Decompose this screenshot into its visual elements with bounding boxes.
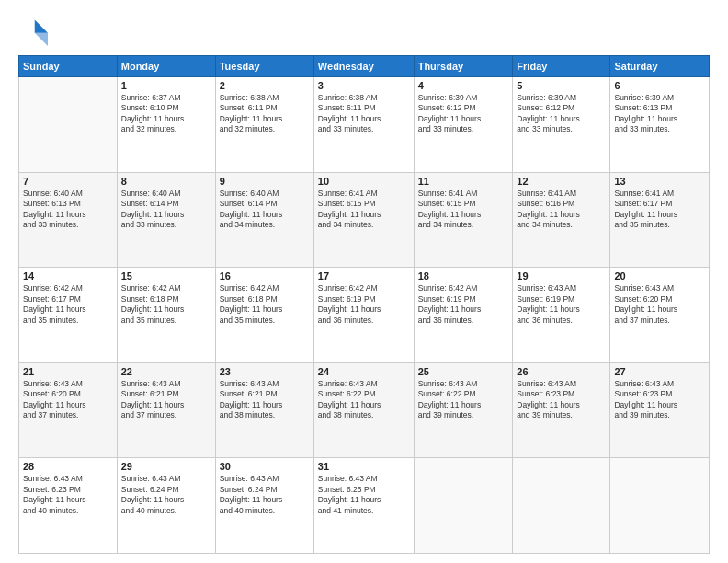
- day-info: Sunrise: 6:42 AM Sunset: 6:18 PM Dayligh…: [121, 283, 211, 326]
- weekday-header-sunday: Sunday: [19, 56, 118, 77]
- weekday-row: SundayMondayTuesdayWednesdayThursdayFrid…: [19, 56, 710, 77]
- calendar-cell: 6Sunrise: 6:39 AM Sunset: 6:13 PM Daylig…: [610, 77, 710, 173]
- day-info: Sunrise: 6:42 AM Sunset: 6:17 PM Dayligh…: [23, 283, 113, 326]
- calendar-table: SundayMondayTuesdayWednesdayThursdayFrid…: [18, 55, 710, 554]
- day-info: Sunrise: 6:43 AM Sunset: 6:23 PM Dayligh…: [23, 474, 113, 516]
- day-number: 13: [614, 176, 705, 187]
- calendar-cell: 13Sunrise: 6:41 AM Sunset: 6:17 PM Dayli…: [610, 172, 710, 268]
- calendar-cell: 26Sunrise: 6:43 AM Sunset: 6:23 PM Dayli…: [513, 362, 610, 458]
- weekday-header-wednesday: Wednesday: [313, 56, 414, 77]
- logo: [18, 17, 51, 46]
- day-info: Sunrise: 6:39 AM Sunset: 6:12 PM Dayligh…: [418, 93, 509, 135]
- calendar-cell: 11Sunrise: 6:41 AM Sunset: 6:15 PM Dayli…: [414, 172, 513, 268]
- day-info: Sunrise: 6:41 AM Sunset: 6:15 PM Dayligh…: [318, 189, 410, 231]
- day-info: Sunrise: 6:37 AM Sunset: 6:10 PM Dayligh…: [121, 93, 211, 135]
- calendar-week-2: 7Sunrise: 6:40 AM Sunset: 6:13 PM Daylig…: [19, 172, 710, 268]
- weekday-header-thursday: Thursday: [414, 56, 513, 77]
- calendar-week-4: 21Sunrise: 6:43 AM Sunset: 6:20 PM Dayli…: [19, 362, 710, 458]
- day-number: 8: [121, 176, 211, 187]
- calendar-cell: 22Sunrise: 6:43 AM Sunset: 6:21 PM Dayli…: [117, 362, 215, 458]
- day-info: Sunrise: 6:43 AM Sunset: 6:21 PM Dayligh…: [121, 379, 211, 421]
- calendar-cell: 3Sunrise: 6:38 AM Sunset: 6:11 PM Daylig…: [313, 77, 414, 173]
- day-info: Sunrise: 6:43 AM Sunset: 6:23 PM Dayligh…: [614, 379, 705, 421]
- svg-marker-0: [35, 20, 48, 33]
- day-number: 14: [23, 270, 113, 282]
- day-info: Sunrise: 6:43 AM Sunset: 6:24 PM Dayligh…: [220, 474, 310, 516]
- day-number: 15: [121, 270, 211, 282]
- day-number: 30: [220, 461, 310, 472]
- day-number: 5: [517, 80, 606, 91]
- day-number: 31: [318, 461, 410, 472]
- calendar-week-5: 28Sunrise: 6:43 AM Sunset: 6:23 PM Dayli…: [19, 458, 710, 554]
- calendar-cell: 25Sunrise: 6:43 AM Sunset: 6:22 PM Dayli…: [414, 362, 513, 458]
- calendar-cell: [513, 458, 610, 554]
- day-info: Sunrise: 6:42 AM Sunset: 6:18 PM Dayligh…: [220, 283, 310, 326]
- day-info: Sunrise: 6:43 AM Sunset: 6:19 PM Dayligh…: [517, 283, 606, 326]
- calendar-cell: 16Sunrise: 6:42 AM Sunset: 6:18 PM Dayli…: [215, 268, 313, 363]
- day-number: 9: [220, 176, 310, 187]
- calendar-cell: 10Sunrise: 6:41 AM Sunset: 6:15 PM Dayli…: [313, 172, 414, 268]
- calendar-cell: 2Sunrise: 6:38 AM Sunset: 6:11 PM Daylig…: [215, 77, 313, 173]
- calendar-week-3: 14Sunrise: 6:42 AM Sunset: 6:17 PM Dayli…: [19, 268, 710, 363]
- calendar-cell: [19, 77, 118, 173]
- day-number: 17: [318, 270, 410, 282]
- calendar-cell: 23Sunrise: 6:43 AM Sunset: 6:21 PM Dayli…: [215, 362, 313, 458]
- calendar-week-1: 1Sunrise: 6:37 AM Sunset: 6:10 PM Daylig…: [19, 77, 710, 173]
- calendar-body: 1Sunrise: 6:37 AM Sunset: 6:10 PM Daylig…: [19, 77, 710, 554]
- header: [18, 17, 710, 46]
- day-number: 11: [418, 176, 509, 187]
- calendar-cell: 4Sunrise: 6:39 AM Sunset: 6:12 PM Daylig…: [414, 77, 513, 173]
- calendar-cell: 7Sunrise: 6:40 AM Sunset: 6:13 PM Daylig…: [19, 172, 118, 268]
- day-info: Sunrise: 6:41 AM Sunset: 6:16 PM Dayligh…: [517, 189, 606, 231]
- calendar-cell: 19Sunrise: 6:43 AM Sunset: 6:19 PM Dayli…: [513, 268, 610, 363]
- day-number: 26: [517, 366, 606, 377]
- logo-icon: [18, 17, 48, 46]
- day-number: 21: [23, 366, 113, 377]
- calendar-cell: 18Sunrise: 6:42 AM Sunset: 6:19 PM Dayli…: [414, 268, 513, 363]
- day-info: Sunrise: 6:43 AM Sunset: 6:22 PM Dayligh…: [318, 379, 410, 421]
- day-number: 19: [517, 270, 606, 282]
- day-number: 16: [220, 270, 310, 282]
- day-info: Sunrise: 6:42 AM Sunset: 6:19 PM Dayligh…: [418, 283, 509, 326]
- day-number: 28: [23, 461, 113, 472]
- day-info: Sunrise: 6:43 AM Sunset: 6:22 PM Dayligh…: [418, 379, 509, 421]
- calendar-header: SundayMondayTuesdayWednesdayThursdayFrid…: [19, 56, 710, 77]
- day-info: Sunrise: 6:40 AM Sunset: 6:14 PM Dayligh…: [220, 189, 310, 231]
- calendar-cell: 24Sunrise: 6:43 AM Sunset: 6:22 PM Dayli…: [313, 362, 414, 458]
- calendar-cell: [610, 458, 710, 554]
- calendar-cell: 14Sunrise: 6:42 AM Sunset: 6:17 PM Dayli…: [19, 268, 118, 363]
- day-number: 10: [318, 176, 410, 187]
- day-info: Sunrise: 6:43 AM Sunset: 6:23 PM Dayligh…: [517, 379, 606, 421]
- day-number: 3: [318, 80, 410, 91]
- day-info: Sunrise: 6:39 AM Sunset: 6:13 PM Dayligh…: [614, 93, 705, 135]
- day-info: Sunrise: 6:39 AM Sunset: 6:12 PM Dayligh…: [517, 93, 606, 135]
- day-number: 6: [614, 80, 705, 91]
- svg-marker-1: [35, 33, 48, 46]
- day-number: 7: [23, 176, 113, 187]
- day-number: 20: [614, 270, 705, 282]
- day-info: Sunrise: 6:43 AM Sunset: 6:20 PM Dayligh…: [614, 283, 705, 326]
- day-number: 24: [318, 366, 410, 377]
- day-info: Sunrise: 6:43 AM Sunset: 6:20 PM Dayligh…: [23, 379, 113, 421]
- day-number: 23: [220, 366, 310, 377]
- calendar-cell: 8Sunrise: 6:40 AM Sunset: 6:14 PM Daylig…: [117, 172, 215, 268]
- day-number: 29: [121, 461, 211, 472]
- weekday-header-monday: Monday: [117, 56, 215, 77]
- day-number: 25: [418, 366, 509, 377]
- day-info: Sunrise: 6:43 AM Sunset: 6:24 PM Dayligh…: [121, 474, 211, 516]
- calendar-cell: 12Sunrise: 6:41 AM Sunset: 6:16 PM Dayli…: [513, 172, 610, 268]
- calendar-cell: 5Sunrise: 6:39 AM Sunset: 6:12 PM Daylig…: [513, 77, 610, 173]
- day-info: Sunrise: 6:41 AM Sunset: 6:15 PM Dayligh…: [418, 189, 509, 231]
- day-info: Sunrise: 6:40 AM Sunset: 6:13 PM Dayligh…: [23, 189, 113, 231]
- calendar-cell: 27Sunrise: 6:43 AM Sunset: 6:23 PM Dayli…: [610, 362, 710, 458]
- day-info: Sunrise: 6:42 AM Sunset: 6:19 PM Dayligh…: [318, 283, 410, 326]
- day-number: 1: [121, 80, 211, 91]
- day-info: Sunrise: 6:40 AM Sunset: 6:14 PM Dayligh…: [121, 189, 211, 231]
- page: SundayMondayTuesdayWednesdayThursdayFrid…: [0, 0, 728, 563]
- day-info: Sunrise: 6:43 AM Sunset: 6:25 PM Dayligh…: [318, 474, 410, 516]
- calendar-cell: 30Sunrise: 6:43 AM Sunset: 6:24 PM Dayli…: [215, 458, 313, 554]
- weekday-header-saturday: Saturday: [610, 56, 710, 77]
- calendar-cell: 1Sunrise: 6:37 AM Sunset: 6:10 PM Daylig…: [117, 77, 215, 173]
- day-info: Sunrise: 6:43 AM Sunset: 6:21 PM Dayligh…: [220, 379, 310, 421]
- day-number: 2: [220, 80, 310, 91]
